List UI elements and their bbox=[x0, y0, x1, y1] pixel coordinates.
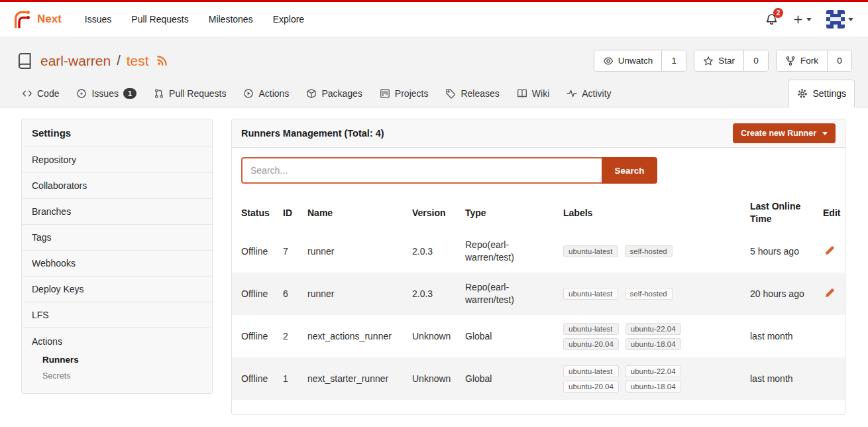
notifications-button[interactable]: 2 bbox=[762, 11, 781, 28]
project-icon bbox=[380, 88, 390, 99]
sidebar-item-deploy-keys[interactable]: Deploy Keys bbox=[22, 276, 212, 302]
nav-item-pull-requests[interactable]: Pull Requests bbox=[121, 9, 198, 30]
tab-label: Wiki bbox=[532, 88, 549, 99]
tab-label: Releases bbox=[461, 88, 499, 99]
create-runner-label: Create new Runner bbox=[741, 129, 816, 138]
sidebar-item-collaborators[interactable]: Collaborators bbox=[22, 173, 212, 199]
runner-label-badge: ubuntu-latest bbox=[563, 365, 619, 377]
panel-title: Runners Management (Total: 4) bbox=[241, 128, 384, 139]
issues-count-badge: 1 bbox=[123, 88, 136, 99]
cell-version: 2.0.3 bbox=[412, 288, 465, 300]
eye-icon bbox=[603, 56, 614, 66]
sidebar-title: Settings bbox=[22, 119, 212, 147]
sidebar-item-branches[interactable]: Branches bbox=[22, 199, 212, 225]
tab-issues[interactable]: Issues 1 bbox=[68, 80, 145, 107]
tab-label: Packages bbox=[321, 88, 362, 99]
rss-feed-icon[interactable] bbox=[156, 55, 168, 66]
user-menu-button[interactable] bbox=[824, 9, 856, 30]
tab-code[interactable]: Code bbox=[13, 80, 68, 107]
tab-packages[interactable]: Packages bbox=[298, 80, 370, 107]
sidebar-item-webhooks[interactable]: Webhooks bbox=[22, 251, 212, 276]
runner-label-badge: ubuntu-20.04 bbox=[563, 381, 619, 393]
sidebar-item-lfs[interactable]: LFS bbox=[22, 302, 212, 328]
chevron-down-icon bbox=[848, 18, 853, 21]
sidebar-item-actions[interactable]: Actions bbox=[22, 335, 212, 351]
table-row: Offline 2 next_actions_runner Unknown Gl… bbox=[232, 315, 845, 357]
sidebar-item-runners[interactable]: Runners bbox=[22, 351, 212, 368]
fork-label: Fork bbox=[800, 56, 818, 66]
cell-labels: ubuntu-latest ubuntu-22.04 ubuntu-20.04 … bbox=[563, 365, 750, 393]
tab-activity[interactable]: Activity bbox=[558, 80, 620, 107]
star-count[interactable]: 0 bbox=[744, 50, 768, 71]
tab-label: Projects bbox=[395, 88, 429, 99]
fork-button[interactable]: Fork bbox=[777, 50, 828, 71]
runner-label-badge: ubuntu-latest bbox=[563, 245, 618, 257]
nav-item-issues[interactable]: Issues bbox=[75, 9, 121, 30]
unwatch-button[interactable]: Unwatch bbox=[594, 50, 663, 71]
nav-item-milestones[interactable]: Milestones bbox=[199, 9, 263, 30]
table-row: Offline 6 runner 2.0.3 Repo(earl-warren/… bbox=[232, 273, 845, 315]
tab-label: Activity bbox=[582, 88, 611, 99]
table-header-row: Status ID Name Version Type Labels Last … bbox=[232, 196, 845, 230]
search-input[interactable] bbox=[241, 157, 602, 184]
pulse-icon bbox=[567, 88, 577, 99]
repo-owner-link[interactable]: earl-warren bbox=[40, 53, 111, 69]
content-area: Settings Repository Collaborators Branch… bbox=[0, 107, 868, 415]
col-header-name: Name bbox=[307, 207, 412, 219]
edit-runner-pencil-icon[interactable] bbox=[823, 244, 836, 257]
edit-runner-pencil-icon[interactable] bbox=[823, 286, 836, 300]
runners-panel: Runners Management (Total: 4) Create new… bbox=[231, 119, 845, 415]
repo-name-link[interactable]: test bbox=[127, 53, 149, 69]
nav-item-explore[interactable]: Explore bbox=[263, 9, 314, 30]
tag-icon bbox=[445, 88, 456, 99]
tab-actions[interactable]: Actions bbox=[235, 80, 298, 107]
cell-edit bbox=[823, 244, 847, 259]
cell-last-online: 20 hours ago bbox=[750, 288, 823, 300]
cell-last-online: 5 hours ago bbox=[750, 245, 823, 258]
panel-header: Runners Management (Total: 4) Create new… bbox=[231, 119, 845, 148]
cell-type: Global bbox=[465, 373, 563, 385]
cell-name: next_actions_runner bbox=[307, 330, 412, 343]
sidebar-item-tags[interactable]: Tags bbox=[22, 225, 212, 251]
sidebar-item-repository[interactable]: Repository bbox=[22, 147, 212, 173]
star-button[interactable]: Star bbox=[694, 50, 744, 71]
col-header-last-online: Last Online Time bbox=[750, 200, 823, 225]
tab-settings[interactable]: Settings bbox=[788, 80, 855, 107]
cell-name: runner bbox=[307, 245, 412, 258]
top-navbar: Next Issues Pull Requests Milestones Exp… bbox=[0, 2, 868, 36]
repo-actions: Unwatch 1 Star 0 bbox=[594, 50, 852, 72]
watch-count[interactable]: 1 bbox=[662, 50, 686, 71]
code-icon bbox=[22, 88, 32, 99]
cell-type: Repo(earl-warren/test) bbox=[465, 281, 563, 306]
cell-status: Offline bbox=[241, 288, 283, 300]
tab-pull-requests[interactable]: Pull Requests bbox=[145, 80, 235, 107]
cell-id: 6 bbox=[283, 288, 307, 300]
cell-type: Global bbox=[465, 330, 563, 343]
cell-status: Offline bbox=[241, 330, 283, 343]
issue-icon bbox=[76, 88, 87, 99]
col-header-labels: Labels bbox=[563, 207, 750, 219]
cell-labels: ubuntu-latest ubuntu-22.04 ubuntu-20.04 … bbox=[563, 323, 750, 350]
runner-label-badge: ubuntu-latest bbox=[563, 288, 618, 300]
cell-labels: ubuntu-latest self-hosted bbox=[563, 245, 750, 257]
tab-wiki[interactable]: Wiki bbox=[508, 80, 558, 107]
chevron-down-icon bbox=[822, 132, 828, 135]
cell-status: Offline bbox=[241, 245, 283, 258]
search-button[interactable]: Search bbox=[602, 157, 657, 184]
forgejo-brand[interactable]: Next bbox=[12, 9, 62, 29]
tab-label: Settings bbox=[812, 88, 846, 99]
tab-releases[interactable]: Releases bbox=[437, 80, 508, 107]
cell-last-online: last month bbox=[750, 330, 823, 343]
create-menu-button[interactable] bbox=[790, 13, 814, 26]
sidebar-item-secrets[interactable]: Secrets bbox=[22, 368, 212, 384]
tab-projects[interactable]: Projects bbox=[371, 80, 437, 107]
star-icon bbox=[703, 56, 714, 66]
create-runner-button[interactable]: Create new Runner bbox=[733, 123, 836, 143]
repo-title-row: earl-warren / test Unwatch bbox=[12, 47, 856, 80]
brand-text: Next bbox=[37, 13, 62, 26]
runner-label-badge: ubuntu-18.04 bbox=[625, 381, 681, 393]
runner-label-badge: ubuntu-22.04 bbox=[625, 365, 681, 377]
fork-count[interactable]: 0 bbox=[828, 50, 851, 71]
repo-header: earl-warren / test Unwatch bbox=[0, 36, 868, 107]
col-header-type: Type bbox=[465, 207, 563, 219]
